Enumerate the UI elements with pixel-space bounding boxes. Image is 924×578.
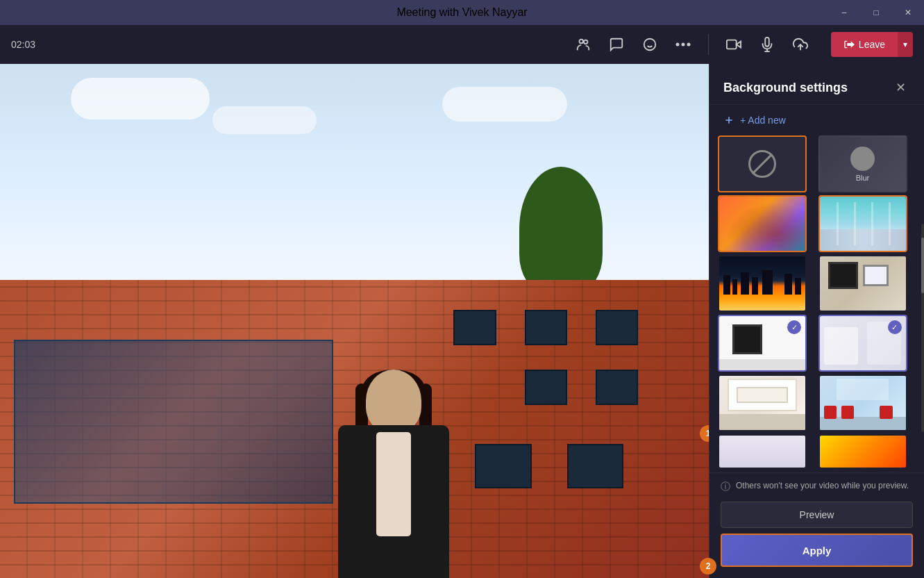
bg-thumb-bedroom[interactable] [718,374,807,431]
leave-button-wrapper: Leave ▾ [831,32,913,57]
info-text: Others won't see your video while you pr… [736,480,909,492]
selected-check-overlay: ✓ [787,320,801,334]
info-icon: ⓘ [721,481,730,493]
bg-thumb-none[interactable] [718,135,807,192]
reactions-button[interactable] [636,31,664,58]
bg-thumb-white-minimalist[interactable]: ✓ [718,315,807,372]
selected-check-overlay: ✓ [888,320,902,334]
chat-button[interactable] [603,31,630,58]
more-button[interactable] [669,31,697,58]
add-new-button[interactable]: + Add new [709,105,924,135]
camera-button[interactable] [720,31,748,58]
leave-chevron-button[interactable]: ▾ [898,32,913,57]
svg-point-6 [681,43,684,47]
background-settings-panel: Background settings ✕ + Add new Blur [709,64,924,578]
svg-point-0 [579,40,583,44]
bg-thumb-gradient1[interactable] [718,195,807,252]
tree-canopy [519,167,603,292]
person-shirt [376,432,411,536]
panel-header: Background settings ✕ [709,64,924,105]
bg-thumb-city[interactable] [718,255,807,312]
minimize-button[interactable]: – [828,0,860,25]
bg-thumb-open-office[interactable] [818,374,907,431]
building-window [525,370,567,406]
titlebar: Meeting with Vivek Nayyar – □ ✕ [0,0,924,25]
building-window [596,370,638,406]
people-button[interactable] [569,31,597,58]
cloud-decoration [71,78,210,119]
titlebar-controls: – □ ✕ [828,0,924,25]
leave-button[interactable]: Leave [831,32,898,57]
building-window [596,310,638,346]
building-window [567,444,624,488]
svg-point-7 [687,43,690,47]
person-body [338,370,449,578]
titlebar-title: Meeting with Vivek Nayyar [396,6,527,19]
svg-point-2 [644,39,656,51]
none-icon [748,150,776,178]
toolbar-divider [708,34,709,55]
main-content: 1 Background settings ✕ + Add new Blur [0,64,924,578]
add-new-label: + Add new [740,115,786,126]
bg-thumb-abstract-white[interactable]: ✓ [818,315,907,372]
person-jacket [338,425,449,578]
svg-point-1 [584,40,588,44]
toolbar: 02:03 [0,25,924,64]
video-area: 1 [0,64,709,578]
bg-thumb-orange-gradient[interactable] [818,434,907,469]
building-glass-panel [14,340,333,504]
info-row: ⓘ Others won't see your video while you … [721,480,913,493]
apply-button[interactable]: Apply [721,534,913,567]
blur-label: Blur [856,174,870,182]
scrollbar-track[interactable] [921,224,924,432]
scrollbar-thumb[interactable] [921,238,924,293]
background-grid: Blur [709,135,924,472]
building-window [525,310,567,346]
svg-point-5 [675,43,679,47]
svg-rect-9 [727,40,737,49]
cloud-decoration [212,106,317,134]
toolbar-center [46,31,814,58]
close-button[interactable]: ✕ [892,0,924,25]
blur-avatar [850,147,875,171]
bg-thumb-office-hall[interactable] [818,195,907,252]
panel-close-button[interactable]: ✕ [891,78,910,97]
bg-thumb-white-room[interactable] [818,255,907,312]
call-timer: 02:03 [11,39,46,50]
panel-footer: ⓘ Others won't see your video while you … [709,472,924,578]
svg-marker-8 [737,41,741,47]
person-head [366,370,421,432]
person-video [296,231,491,578]
bg-thumb-partial1[interactable] [718,434,807,469]
share-button[interactable] [787,31,814,58]
preview-button[interactable]: Preview [721,502,913,528]
mic-button[interactable] [753,31,781,58]
bg-thumb-blur[interactable]: Blur [818,135,907,192]
cloud-decoration [442,87,567,122]
panel-title: Background settings [723,81,848,95]
badge-2: 2 [700,558,716,575]
maximize-button[interactable]: □ [860,0,892,25]
